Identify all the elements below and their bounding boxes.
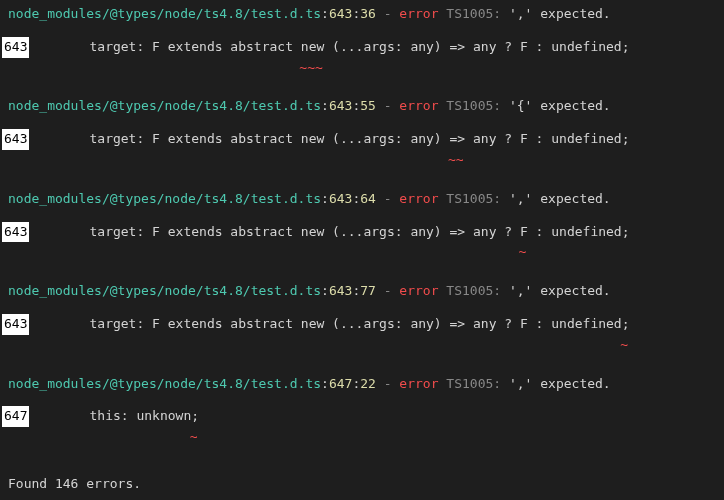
ts-error-code: TS1005:: [446, 376, 501, 391]
error-header: node_modules/@types/node/ts4.8/test.d.ts…: [0, 189, 724, 210]
column-number: 64: [360, 191, 376, 206]
line-number: 647: [329, 376, 352, 391]
error-message: ',' expected.: [509, 191, 611, 206]
line-number: 643: [329, 98, 352, 113]
error-block: node_modules/@types/node/ts4.8/test.d.ts…: [0, 4, 724, 78]
line-number: 643: [329, 191, 352, 206]
error-header: node_modules/@types/node/ts4.8/test.d.ts…: [0, 374, 724, 395]
column-number: 77: [360, 283, 376, 298]
code-content: target: F extends abstract new (...args:…: [29, 129, 629, 150]
code-content: target: F extends abstract new (...args:…: [29, 222, 629, 243]
ts-error-code: TS1005:: [446, 191, 501, 206]
error-block: node_modules/@types/node/ts4.8/test.d.ts…: [0, 189, 724, 263]
line-gutter: 647: [2, 406, 29, 427]
error-message: ',' expected.: [509, 283, 611, 298]
code-line: 643target: F extends abstract new (...ar…: [0, 314, 724, 335]
error-message: ',' expected.: [509, 376, 611, 391]
code-content: target: F extends abstract new (...args:…: [29, 37, 629, 58]
error-label: error: [399, 191, 438, 206]
file-path: node_modules/@types/node/ts4.8/test.d.ts: [8, 376, 321, 391]
ts-error-code: TS1005:: [446, 98, 501, 113]
error-block: node_modules/@types/node/ts4.8/test.d.ts…: [0, 374, 724, 448]
squiggle-line: ~: [0, 335, 724, 356]
column-number: 36: [360, 6, 376, 21]
terminal-output: node_modules/@types/node/ts4.8/test.d.ts…: [0, 4, 724, 448]
line-number: 643: [329, 6, 352, 21]
squiggle-line: ~~: [0, 150, 724, 171]
ts-error-code: TS1005:: [446, 6, 501, 21]
code-line: 643target: F extends abstract new (...ar…: [0, 37, 724, 58]
ts-error-code: TS1005:: [446, 283, 501, 298]
line-gutter: 643: [2, 314, 29, 335]
code-content: this: unknown;: [29, 406, 199, 427]
code-line: 643target: F extends abstract new (...ar…: [0, 129, 724, 150]
error-message: ',' expected.: [509, 6, 611, 21]
file-path: node_modules/@types/node/ts4.8/test.d.ts: [8, 283, 321, 298]
squiggle-marker: ~: [28, 242, 526, 263]
error-block: node_modules/@types/node/ts4.8/test.d.ts…: [0, 281, 724, 355]
code-line: 647this: unknown;: [0, 406, 724, 427]
line-gutter: 643: [2, 129, 29, 150]
squiggle-line: ~: [0, 427, 724, 448]
squiggle-marker: ~~: [28, 150, 464, 171]
squiggle-line: ~: [0, 242, 724, 263]
error-label: error: [399, 6, 438, 21]
error-summary: Found 146 errors.: [0, 466, 724, 500]
line-gutter: 643: [2, 37, 29, 58]
code-content: target: F extends abstract new (...args:…: [29, 314, 629, 335]
error-block: node_modules/@types/node/ts4.8/test.d.ts…: [0, 96, 724, 170]
file-path: node_modules/@types/node/ts4.8/test.d.ts: [8, 98, 321, 113]
error-header: node_modules/@types/node/ts4.8/test.d.ts…: [0, 96, 724, 117]
error-message: '{' expected.: [509, 98, 611, 113]
squiggle-marker: ~: [28, 427, 198, 448]
column-number: 55: [360, 98, 376, 113]
error-label: error: [399, 98, 438, 113]
squiggle-marker: ~~~: [28, 58, 323, 79]
error-label: error: [399, 283, 438, 298]
error-header: node_modules/@types/node/ts4.8/test.d.ts…: [0, 4, 724, 25]
error-header: node_modules/@types/node/ts4.8/test.d.ts…: [0, 281, 724, 302]
line-gutter: 643: [2, 222, 29, 243]
code-line: 643target: F extends abstract new (...ar…: [0, 222, 724, 243]
file-path: node_modules/@types/node/ts4.8/test.d.ts: [8, 191, 321, 206]
file-path: node_modules/@types/node/ts4.8/test.d.ts: [8, 6, 321, 21]
squiggle-marker: ~: [28, 335, 628, 356]
squiggle-line: ~~~: [0, 58, 724, 79]
error-label: error: [399, 376, 438, 391]
column-number: 22: [360, 376, 376, 391]
line-number: 643: [329, 283, 352, 298]
